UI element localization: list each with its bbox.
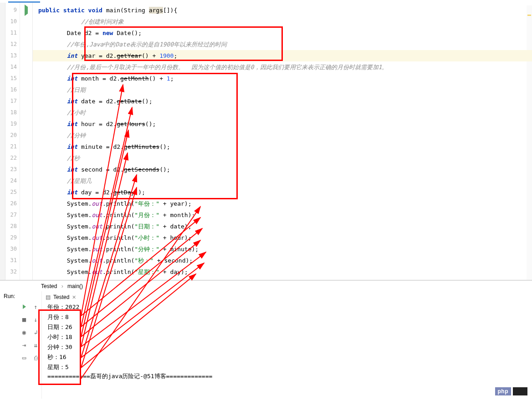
gutter: 9101112131415161718192021222324252627282… (5, 3, 33, 280)
code-line-15[interactable]: int month = d2.getMonth() + 1; (38, 73, 532, 84)
run-output[interactable]: ▤ Tested ✕ 年份：2022月份：8日期：26小时：18分钟：30秒：1… (42, 291, 532, 399)
code-line-26[interactable]: System.out.println("年份：" + year); (38, 198, 532, 209)
code-line-11[interactable]: Date d2 = new Date(); (38, 27, 532, 39)
code-editor[interactable]: public static void main(String args[]){ … (33, 3, 532, 280)
code-line-16[interactable]: //日期 (38, 84, 532, 96)
code-line-9[interactable]: public static void main(String args[]){ (38, 5, 532, 16)
code-line-10[interactable]: //创建时间对象 (38, 16, 532, 27)
print-icon[interactable]: ⎙ (32, 354, 40, 361)
close-icon[interactable]: ✕ (72, 294, 76, 300)
code-line-32[interactable]: System.out.println("星期：" + day); (38, 266, 532, 278)
run-toolbar-1[interactable]: ■ ◉ ⇥ ▭ (18, 291, 30, 399)
code-line-31[interactable]: System.out.println("秒：" + second); (38, 255, 532, 266)
run-tab[interactable]: ▤ Tested ✕ (42, 294, 80, 300)
code-line-30[interactable]: System.out.println("分钟：" + minute); (38, 243, 532, 255)
code-line-23[interactable]: int second = d2.getSeconds(); (38, 164, 532, 175)
breadcrumb-method[interactable]: main() (67, 283, 83, 289)
code-line-17[interactable]: int date = d2.getDate(); (38, 96, 532, 107)
down-icon[interactable]: ↓ (32, 316, 40, 323)
output-line-2: 日期：26 (42, 322, 532, 332)
exit-icon[interactable]: ⇥ (20, 341, 28, 349)
run-label: Run: (0, 291, 18, 399)
code-line-19[interactable]: int hour = d2.getHours(); (38, 118, 532, 130)
run-label-text: Run: (4, 293, 15, 299)
watermark-tail (513, 387, 527, 395)
code-line-13[interactable]: int year = d2.getYear() + 1900; (38, 50, 532, 61)
stop-icon[interactable]: ■ (20, 316, 28, 323)
gutter-run-icon[interactable] (25, 5, 28, 16)
code-line-20[interactable]: //分钟 (38, 130, 532, 141)
code-line-29[interactable]: System.out.println("小时：" + hour); (38, 232, 532, 243)
code-line-21[interactable]: int minute = d2.getMinutes(); (38, 141, 532, 152)
php-watermark: php (495, 387, 512, 395)
code-line-12[interactable]: //年份,Java中的Date表示的是自1900年以来所经过的时间 (38, 39, 532, 50)
run-tab-label: Tested (53, 294, 69, 300)
code-line-18[interactable]: //小时 (38, 107, 532, 118)
run-icon[interactable] (20, 303, 28, 310)
breadcrumb[interactable]: Tested › main() (0, 280, 532, 291)
code-line-28[interactable]: System.out.println("日期：" + date); (38, 221, 532, 232)
output-line-4: 分钟：30 (42, 342, 532, 352)
output-line-3: 小时：18 (42, 332, 532, 342)
output-line-1: 月份：8 (42, 312, 532, 322)
run-panel: Run: ■ ◉ ⇥ ▭ ↑ ↓ ↲ ⇊ ⎙ ▤ Tested ✕ 年份：202… (0, 291, 532, 399)
camera-icon[interactable]: ◉ (20, 329, 28, 336)
code-line-14[interactable]: //月份,最后一个月取决于一年中的月份数。 因为这个值的初始值是0，因此我们要用… (38, 61, 532, 73)
up-icon[interactable]: ↑ (32, 303, 40, 310)
line-numbers[interactable]: 9101112131415161718192021222324252627282… (5, 3, 20, 280)
breadcrumb-class[interactable]: Tested (41, 283, 57, 289)
breadcrumb-sep: › (61, 283, 63, 289)
layout-icon[interactable]: ▭ (20, 354, 28, 361)
output-line-5: 秒：16 (42, 352, 532, 362)
code-line-22[interactable]: //秒 (38, 152, 532, 164)
editor-main: 9101112131415161718192021222324252627282… (0, 3, 532, 280)
output-line-0: 年份：2022 (42, 302, 532, 312)
wrap-icon[interactable]: ↲ (32, 329, 40, 336)
run-tab-row: ▤ Tested ✕ (42, 292, 532, 302)
code-line-25[interactable]: int day = d2.getDay(); (38, 187, 532, 198)
gutter-marks[interactable] (20, 3, 33, 280)
scroll-icon[interactable]: ⇊ (32, 341, 40, 349)
code-line-27[interactable]: System.out.println("月份：" + month); (38, 209, 532, 221)
output-line-6: 星期：5 (42, 362, 532, 372)
code-line-24[interactable]: //星期几 (38, 175, 532, 187)
run-toolbar-2[interactable]: ↑ ↓ ↲ ⇊ ⎙ (30, 291, 42, 399)
output-footer: ============磊哥的java历险记-@51博客============… (42, 372, 532, 380)
left-tool-rail[interactable] (0, 3, 5, 280)
